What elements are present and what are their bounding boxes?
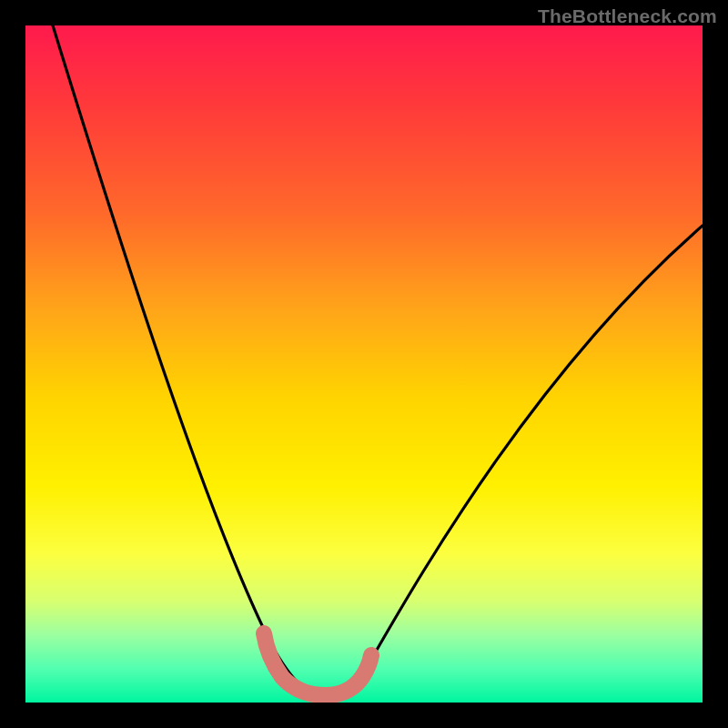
chart-container: TheBottleneck.com (0, 0, 728, 728)
curve-layer (25, 25, 703, 703)
watermark-text: TheBottleneck.com (538, 5, 717, 27)
bottleneck-curve (53, 25, 703, 694)
plot-area (25, 25, 703, 703)
optimal-marker (264, 633, 371, 695)
